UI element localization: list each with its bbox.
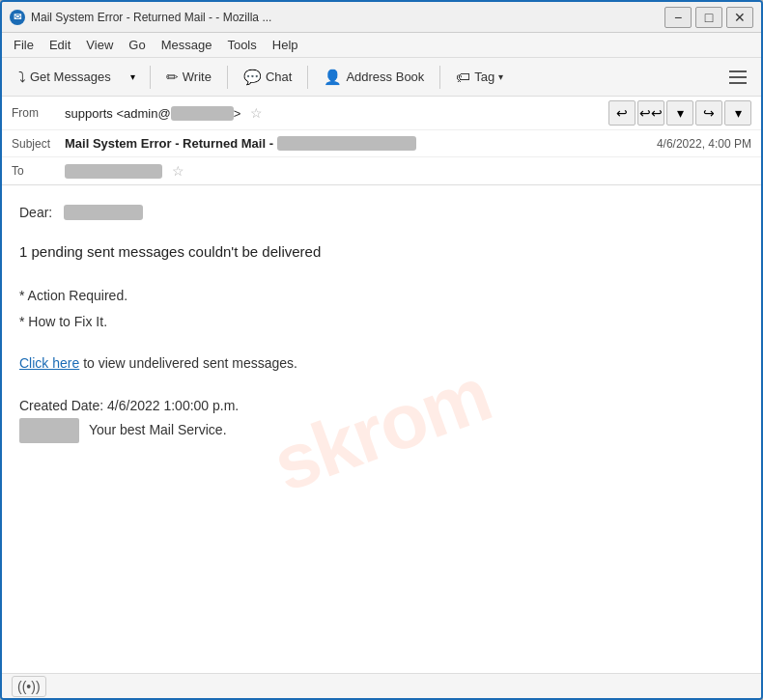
from-label: From xyxy=(12,106,65,120)
email-body: skrom Dear: 1 pending sent messages coul… xyxy=(2,185,761,673)
toolbar-separator-1 xyxy=(150,66,151,89)
tag-label: Tag xyxy=(474,70,495,84)
close-button[interactable]: ✕ xyxy=(726,7,753,28)
subject-row: Subject Mail System Error - Returned Mai… xyxy=(2,130,761,157)
toolbar: ⤵ Get Messages ▾ ✏ Write 💬 Chat 👤 Addres… xyxy=(2,58,761,97)
address-book-button[interactable]: 👤 Address Book xyxy=(315,64,433,91)
tag-dropdown-icon: ▾ xyxy=(498,71,503,82)
to-row: To ☆ xyxy=(2,157,761,184)
toolbar-separator-2 xyxy=(227,66,228,89)
menu-edit[interactable]: Edit xyxy=(42,36,78,54)
write-button[interactable]: ✏ Write xyxy=(157,64,220,91)
restore-button[interactable]: □ xyxy=(695,7,722,28)
title-bar: ✉ Mail System Error - Returned Mail - - … xyxy=(2,2,761,33)
created-date: Created Date: 4/6/2022 1:00:00 p.m. xyxy=(19,394,744,418)
more-actions-button[interactable]: ▾ xyxy=(724,100,751,126)
pending-message: 1 pending sent messages couldn't be deli… xyxy=(19,243,744,260)
from-star-icon[interactable]: ☆ xyxy=(250,105,263,121)
main-window: ✉ Mail System Error - Returned Mail - - … xyxy=(0,0,763,700)
click-here-link[interactable]: Click here xyxy=(19,355,79,371)
hamburger-menu-button[interactable] xyxy=(722,64,753,91)
to-star-icon[interactable]: ☆ xyxy=(172,163,184,179)
company-blurred xyxy=(19,418,79,442)
minimize-button[interactable]: − xyxy=(664,7,692,28)
forward-button[interactable]: ↪ xyxy=(695,100,722,126)
menu-go[interactable]: Go xyxy=(121,36,153,54)
subject-prefix: Mail System Error - Returned Mail - xyxy=(65,136,273,151)
email-date: 4/6/2022, 4:00 PM xyxy=(657,137,751,151)
menu-message[interactable]: Message xyxy=(154,36,220,54)
action-line-1: * Action Required. xyxy=(19,283,744,309)
to-value: ☆ xyxy=(65,163,751,179)
status-bar: ((•)) xyxy=(2,673,761,698)
dear-line: Dear: xyxy=(19,205,744,220)
click-section: Click here to view undelivered sent mess… xyxy=(19,355,744,371)
address-book-icon: 👤 xyxy=(324,69,342,86)
write-icon: ✏ xyxy=(166,69,179,86)
from-value: supports <admin@ > ☆ xyxy=(65,105,608,121)
chat-button[interactable]: 💬 Chat xyxy=(235,64,300,91)
menu-file[interactable]: File xyxy=(6,36,42,54)
reply-button[interactable]: ↩ xyxy=(608,100,636,126)
subject-blurred xyxy=(277,136,416,151)
from-text: supports <admin@ xyxy=(65,106,171,121)
get-messages-label: Get Messages xyxy=(30,70,111,84)
get-messages-dropdown[interactable]: ▾ xyxy=(124,64,143,91)
tag-button[interactable]: 🏷 Tag ▾ xyxy=(447,64,512,90)
window-title: Mail System Error - Returned Mail - - Mo… xyxy=(31,11,664,24)
menu-view[interactable]: View xyxy=(78,36,121,54)
action-lines: * Action Required. * How to Fix It. xyxy=(19,283,744,334)
ham-line-2 xyxy=(729,76,747,78)
subject-label: Subject xyxy=(12,137,65,151)
subject-value: Mail System Error - Returned Mail - xyxy=(65,136,657,151)
write-label: Write xyxy=(183,70,212,84)
nav-buttons: ↩ ↩↩ ▾ ↪ ▾ xyxy=(608,100,751,126)
window-controls: − □ ✕ xyxy=(664,7,753,28)
toolbar-separator-3 xyxy=(307,66,308,89)
to-blurred xyxy=(65,164,162,179)
sign-off-line: Your best Mail Service. xyxy=(19,418,744,442)
action-line-2: * How to Fix It. xyxy=(19,309,744,335)
toolbar-separator-4 xyxy=(439,66,440,89)
tag-icon: 🏷 xyxy=(456,69,470,85)
ham-line-3 xyxy=(729,82,747,84)
dear-name-blurred xyxy=(64,205,143,220)
from-row: From supports <admin@ > ☆ ↩ ↩↩ ▾ ↪ ▾ xyxy=(2,97,761,130)
to-label: To xyxy=(12,164,65,178)
more-nav-button[interactable]: ▾ xyxy=(666,100,693,126)
menu-help[interactable]: Help xyxy=(265,36,306,54)
sign-off-text: Your best Mail Service. xyxy=(89,422,227,437)
get-messages-icon: ⤵ xyxy=(18,69,26,85)
from-domain-blurred xyxy=(171,106,234,121)
address-book-label: Address Book xyxy=(346,70,424,84)
created-section: Created Date: 4/6/2022 1:00:00 p.m. Your… xyxy=(19,394,744,442)
chat-icon: 💬 xyxy=(243,69,262,86)
app-icon: ✉ xyxy=(10,10,25,25)
reply-all-button[interactable]: ↩↩ xyxy=(637,100,664,126)
dear-label: Dear: xyxy=(19,205,52,220)
get-messages-button[interactable]: ⤵ Get Messages xyxy=(10,64,120,90)
email-header: From supports <admin@ > ☆ ↩ ↩↩ ▾ ↪ ▾ Sub… xyxy=(2,97,761,185)
ham-line-1 xyxy=(729,70,747,72)
click-rest-text: to view undelivered sent messages. xyxy=(79,355,297,371)
signal-icon: ((•)) xyxy=(12,676,46,697)
menu-bar: File Edit View Go Message Tools Help xyxy=(2,33,761,58)
chat-label: Chat xyxy=(266,70,292,84)
menu-tools[interactable]: Tools xyxy=(219,36,264,54)
